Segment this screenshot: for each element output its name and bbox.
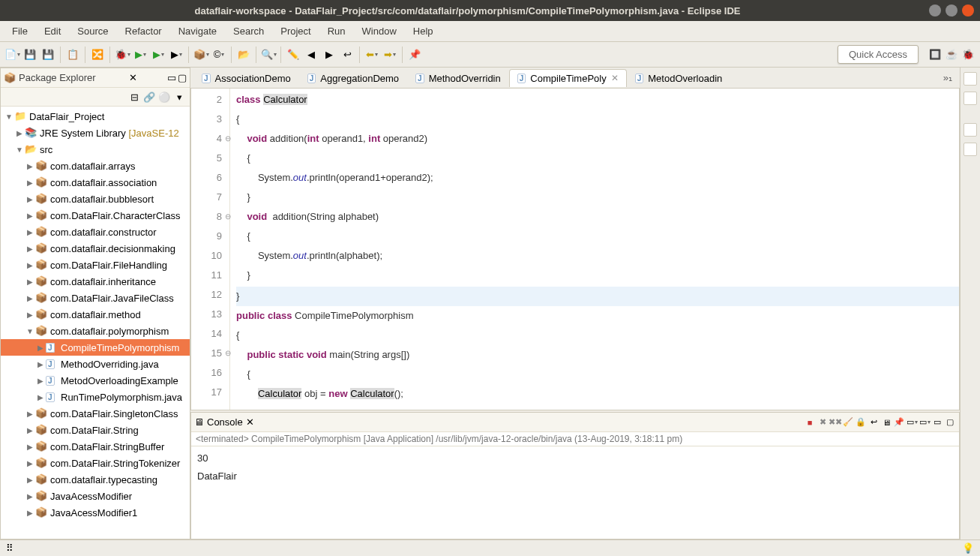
package-node[interactable]: ▶com.dataflair.constructor [1, 224, 190, 240]
package-node[interactable]: ▶com.dataflair.association [1, 174, 190, 191]
menu-edit[interactable]: Edit [37, 23, 68, 40]
debug-perspective-icon[interactable]: 🐞 [961, 47, 976, 62]
minimize-icon[interactable] [929, 5, 941, 17]
task-list-strip-icon[interactable] [964, 92, 977, 105]
back-icon[interactable]: ⬅ [364, 47, 379, 62]
show-console-icon[interactable]: 🖥 [880, 416, 892, 428]
package-node[interactable]: ▶com.DataFlair.SingletonClass [1, 405, 190, 422]
package-node[interactable]: ▶com.dataflair.arrays [1, 158, 190, 174]
close-icon[interactable] [962, 5, 974, 17]
run-last-icon[interactable]: ▶ [169, 47, 184, 62]
coverage-icon[interactable]: ▶ [151, 47, 166, 62]
tab-close-icon[interactable]: ✕ [611, 73, 619, 83]
java-file-icon [635, 74, 644, 83]
toggle-breadcrumb-icon[interactable]: 📋 [65, 47, 80, 62]
remove-all-icon[interactable]: ✖✖ [829, 416, 841, 428]
view-close-icon[interactable]: ✕ [246, 416, 254, 428]
editor-tab[interactable]: AssociationDemo [193, 69, 299, 87]
java-file-node[interactable]: ▶CompileTimePolymorphism [1, 339, 190, 356]
link-editor-icon[interactable]: 🔗 [142, 89, 157, 104]
clear-console-icon[interactable]: 🧹 [842, 416, 854, 428]
search-icon[interactable]: 🔍 [261, 47, 276, 62]
menu-help[interactable]: Help [406, 23, 441, 40]
jre-node[interactable]: ▶JRE System Library [JavaSE-12 [1, 125, 190, 141]
code-area[interactable]: class Calculator{ void addition(int oper… [230, 89, 959, 410]
package-node[interactable]: ▶com.dataflair.method [1, 306, 190, 323]
remove-launch-icon[interactable]: ✖ [817, 416, 829, 428]
open-console-icon[interactable]: ▭ [919, 416, 931, 428]
package-node[interactable]: ▶com.dataflair.typecasting [1, 471, 190, 488]
menu-source[interactable]: Source [70, 23, 115, 40]
new-class-icon[interactable]: © [211, 47, 226, 62]
package-node[interactable]: ▶JavaAcessModifier [1, 488, 190, 504]
run-icon[interactable]: ▶ [133, 47, 148, 62]
package-node[interactable]: ▶com.DataFlair.JavaFileClass [1, 290, 190, 306]
new-package-icon[interactable]: 📦 [193, 47, 208, 62]
editor-body[interactable]: 234567891011121314151617 class Calculato… [190, 89, 960, 410]
view-menu-icon[interactable]: ▾ [172, 89, 187, 104]
editor-tab[interactable]: AggregationDemo [299, 69, 407, 87]
package-node[interactable]: ▶com.dataflair.bubblesort [1, 191, 190, 207]
skip-breakpoints-icon[interactable]: 🔀 [90, 47, 105, 62]
maximize-view-icon[interactable]: ▢ [178, 72, 187, 83]
hierarchy-icon[interactable] [964, 143, 977, 156]
java-file-node[interactable]: ▶MethodOverriding.java [1, 356, 190, 372]
menu-search[interactable]: Search [226, 23, 271, 40]
src-node[interactable]: ▼src [1, 141, 190, 158]
menu-window[interactable]: Window [355, 23, 404, 40]
package-node[interactable]: ▶com.DataFlair.CharacterClass [1, 207, 190, 224]
terminate-icon[interactable]: ■ [804, 416, 816, 428]
new-icon[interactable]: 📄 [4, 47, 19, 62]
maximize-icon[interactable] [946, 5, 958, 17]
menu-navigate[interactable]: Navigate [171, 23, 224, 40]
editor-tab[interactable]: CompileTimePoly✕ [509, 69, 627, 87]
debug-icon[interactable]: 🐞 [115, 47, 130, 62]
tip-bulb-icon[interactable]: 💡 [962, 542, 974, 554]
java-file-node[interactable]: ▶RunTimePolymorphism.java [1, 389, 190, 405]
outline-strip-icon[interactable] [964, 72, 977, 86]
menu-run[interactable]: Run [320, 23, 353, 40]
minimize-view-icon[interactable]: ▭ [931, 416, 943, 428]
console-output[interactable]: 30DataFlair [191, 446, 959, 539]
minimize-view-icon[interactable]: ▭ [167, 72, 176, 83]
word-wrap-icon[interactable]: ↩ [868, 416, 880, 428]
toggle-mark-icon[interactable]: ✏️ [286, 47, 301, 62]
open-type-icon[interactable]: 📂 [236, 47, 251, 62]
view-close-icon[interactable]: ✕ [129, 72, 137, 83]
maximize-view-icon[interactable]: ▢ [944, 416, 956, 428]
save-icon[interactable]: 💾 [22, 47, 37, 62]
forward-icon[interactable]: ➡ [382, 47, 397, 62]
pin-icon[interactable]: 📌 [407, 47, 422, 62]
package-node[interactable]: ▶com.DataFlair.StringTokenizer [1, 455, 190, 471]
menu-project[interactable]: Project [273, 23, 318, 40]
project-node[interactable]: ▼DataFlair_Project [1, 108, 190, 125]
outline-icon[interactable] [964, 123, 977, 137]
save-all-icon[interactable]: 💾 [40, 47, 55, 62]
focus-task-icon[interactable]: ⚪ [157, 89, 172, 104]
java-file-node[interactable]: ▶MetodOverloadingExample [1, 372, 190, 389]
separator [231, 47, 232, 63]
package-node[interactable]: ▶com.DataFlair.FileHandling [1, 257, 190, 273]
pin-console-icon[interactable]: 📌 [893, 416, 905, 428]
last-edit-icon[interactable]: ↩ [340, 47, 355, 62]
open-perspective-icon[interactable]: 🔲 [928, 47, 943, 62]
menu-refactor[interactable]: Refactor [118, 23, 169, 40]
package-node-open[interactable]: ▼com.dataflair.polymorphism [1, 323, 190, 339]
annotation-next-icon[interactable]: ▶ [322, 47, 337, 62]
package-node[interactable]: ▶com.dataflair.inheritance [1, 273, 190, 290]
tabs-overflow-icon[interactable]: »₁ [939, 72, 957, 83]
scroll-lock-icon[interactable]: 🔒 [855, 416, 867, 428]
package-tree[interactable]: ▼DataFlair_Project▶JRE System Library [J… [1, 107, 190, 539]
editor-tab[interactable]: MetodOverloadin [627, 69, 731, 87]
annotation-prev-icon[interactable]: ◀ [304, 47, 319, 62]
display-selected-console-icon[interactable]: ▭ [906, 416, 918, 428]
collapse-all-icon[interactable]: ⊟ [127, 89, 142, 104]
package-node[interactable]: ▶com.DataFlair.StringBuffer [1, 438, 190, 455]
editor-tab[interactable]: MethodOverridin [407, 69, 509, 87]
menu-file[interactable]: File [4, 23, 35, 40]
package-node[interactable]: ▶com.DataFlair.String [1, 422, 190, 438]
package-node[interactable]: ▶JavaAcessModifier1 [1, 504, 190, 521]
quick-access-input[interactable]: Quick Access [838, 45, 919, 64]
package-node[interactable]: ▶com.dataflair.decisionmaking [1, 240, 190, 257]
java-perspective-icon[interactable]: ☕ [944, 47, 959, 62]
